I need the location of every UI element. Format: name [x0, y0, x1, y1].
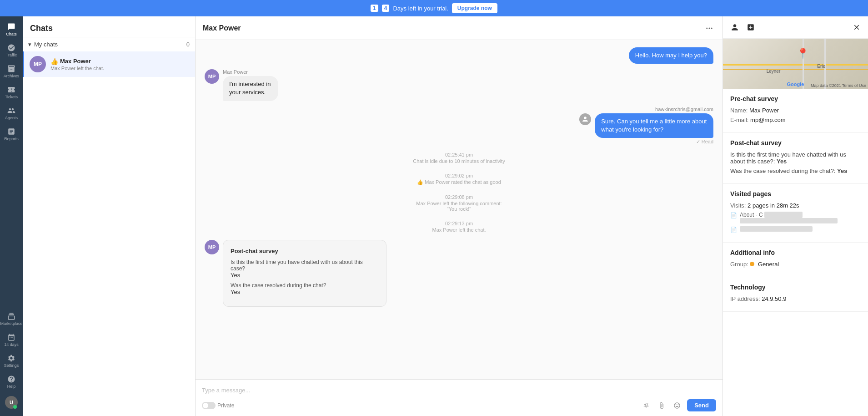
sidebar-item-archives[interactable]: Archives — [1, 62, 21, 81]
pre-chat-name-row: Name: Max Power — [730, 107, 861, 114]
post-chat-section: Post-chat survey Is this the first time … — [723, 133, 868, 184]
sidebar-user-avatar[interactable]: U — [1, 393, 21, 412]
ip-label: IP address: — [730, 295, 760, 302]
more-options-button[interactable] — [703, 22, 715, 34]
chat-item-info: 👍 Max Power Max Power left the chat. — [50, 58, 190, 71]
sidebar-item-help[interactable]: Help — [1, 372, 21, 391]
my-chats-section[interactable]: ▾ My chats 0 — [23, 37, 195, 51]
technology-section: Technology IP address: 24.9.50.9 — [723, 277, 868, 312]
private-toggle[interactable]: Private — [202, 402, 234, 409]
sidebar-item-reports[interactable]: Reports — [1, 125, 21, 144]
ip-value: 24.9.50.9 — [762, 295, 786, 302]
sidebar-item-14days[interactable]: 14 days — [1, 330, 21, 350]
info-panel-header — [723, 16, 868, 39]
additional-info-section: Additional info Group: General — [723, 243, 868, 277]
toggle-switch[interactable] — [202, 402, 216, 409]
map-section: 📍 Leyner Erie Map data ©2021 Terms of Us… — [723, 39, 868, 89]
sidebar: Chats Traffic Archives Tickets Agents Re… — [0, 16, 23, 416]
system-event-3: 02:29:08 pm Max Power left the following… — [205, 193, 713, 213]
map-attribution: Map data ©2021 Terms of Use — [811, 83, 866, 88]
page-icon-2: 📄 — [730, 227, 737, 233]
input-toolbar: Private Send — [202, 399, 716, 411]
msg-avatar-survey: MP — [205, 240, 219, 254]
my-chats-label: My chats — [34, 41, 58, 48]
chat-header: Max Power — [196, 16, 722, 40]
survey-title: Post-chat survey — [231, 248, 379, 254]
sidebar-label-chats: Chats — [6, 32, 17, 36]
chat-main: Max Power Hello. How may I help you? MP … — [196, 16, 722, 416]
system-event-2: 02:29:02 pm 👍 Max Power rated the chat a… — [205, 171, 713, 187]
add-contact-button[interactable] — [728, 21, 741, 34]
additional-info-title: Additional info — [730, 249, 861, 256]
sidebar-item-marketplace[interactable]: Marketplace — [1, 309, 21, 329]
msg-content-incoming-1: Max Power I'm interested in your service… — [223, 69, 315, 101]
sidebar-item-agents[interactable]: Agents — [1, 104, 21, 123]
svg-point-0 — [706, 27, 707, 29]
system-time-4: 02:29:13 pm — [205, 221, 713, 226]
post-chat-title: Post-chat survey — [730, 139, 861, 147]
system-text-2: 👍 Max Power rated the chat as good — [417, 179, 501, 185]
page-info-1: About - C xxxxxxxxxxxxxx xxxxxxxxxxxxxxx… — [740, 212, 838, 223]
attach-button[interactable] — [656, 400, 667, 411]
group-row: Group: General — [730, 261, 861, 268]
msg-row-survey: MP Post-chat survey Is this the first ti… — [205, 240, 713, 307]
sidebar-label-marketplace: Marketplace — [0, 321, 22, 326]
sidebar-item-tickets[interactable]: Tickets — [1, 83, 21, 102]
sidebar-item-settings[interactable]: Settings — [1, 351, 21, 370]
visited-pages-title: Visited pages — [730, 190, 861, 198]
msg-sender-email: hawkinsrchris@gmail.com — [655, 107, 713, 112]
sidebar-item-chats[interactable]: Chats — [1, 20, 21, 39]
system-time-1: 02:25:41 pm — [205, 152, 713, 157]
chat-list-item[interactable]: MP 👍 Max Power Max Power left the chat. — [23, 51, 195, 77]
chat-title: Max Power — [203, 24, 241, 32]
system-quote: "You rock!" — [205, 206, 713, 212]
map-pin: 📍 — [797, 48, 809, 60]
email-label: E-mail: — [730, 117, 748, 123]
survey-a2: Yes — [231, 289, 379, 295]
send-button[interactable]: Send — [687, 399, 716, 411]
read-receipt: ✓ Read — [696, 139, 713, 145]
hashtag-button[interactable] — [641, 400, 652, 411]
name-label: Name: — [730, 107, 748, 114]
page-item-1: 📄 About - C xxxxxxxxxxxxxx xxxxxxxxxxxxx… — [730, 212, 861, 223]
sidebar-item-traffic[interactable]: Traffic — [1, 41, 21, 60]
sidebar-label-settings: Settings — [4, 363, 19, 368]
post-chat-answer2: Yes — [837, 167, 847, 174]
chat-list-panel: Chats ▾ My chats 0 MP 👍 Max Power Max Po… — [23, 16, 196, 416]
system-event-4: 02:29:13 pm Max Power left the chat. — [205, 219, 713, 234]
svg-point-2 — [711, 27, 712, 29]
close-panel-button[interactable] — [851, 21, 863, 33]
page-item-2: 📄 — [730, 226, 861, 233]
add-info-button[interactable] — [745, 21, 757, 33]
chat-item-sub: Max Power left the chat. — [50, 66, 190, 71]
visited-pages-section: Visited pages Visits: 2 pages in 28m 22s… — [723, 184, 868, 243]
trial-banner: 1 4 Days left in your trial. Upgrade now — [0, 0, 868, 16]
group-label: Group: — [730, 261, 748, 268]
pre-chat-section: Pre-chat survey Name: Max Power E-mail: … — [723, 89, 868, 133]
emoji-button[interactable] — [672, 400, 682, 411]
private-label: Private — [217, 402, 234, 409]
page-title-blurred: xxxxxxxxxxxxxx — [764, 212, 803, 218]
chats-title: Chats — [23, 16, 195, 37]
page-title-1: About - C xxxxxxxxxxxxxx — [740, 212, 838, 218]
page-url-1: xxxxxxxxxxxxxxxxxxxxxxxxxxxxxxxxxxxxxxx — [740, 218, 838, 223]
sidebar-label-tickets: Tickets — [5, 95, 18, 99]
sidebar-label-traffic: Traffic — [6, 53, 17, 57]
main-layout: Chats Traffic Archives Tickets Agents Re… — [0, 16, 868, 416]
chat-item-name: 👍 Max Power — [50, 58, 190, 65]
email-value: mp@mp.com — [750, 117, 786, 123]
page-icon-1: 📄 — [730, 212, 737, 218]
post-chat-question2: Was the case resolved during the chat?: — [730, 167, 835, 174]
message-input[interactable] — [202, 384, 716, 396]
upgrade-button[interactable]: Upgrade now — [452, 3, 497, 13]
visits-value: 2 pages in 28m 22s — [748, 202, 799, 209]
sidebar-label-reports: Reports — [4, 137, 19, 141]
chat-header-actions — [703, 22, 715, 34]
system-text-1: Chat is idle due to 10 minutes of inacti… — [413, 158, 505, 164]
visits-label: Visits: — [730, 202, 746, 209]
msg-bubble-outgoing-2: Sure. Can you tell me a little more abou… — [595, 113, 713, 138]
online-indicator — [13, 405, 17, 409]
visits-count: Visits: 2 pages in 28m 22s — [730, 202, 861, 209]
name-value: Max Power — [749, 107, 779, 114]
map-label-erie: Erie — [817, 64, 825, 69]
